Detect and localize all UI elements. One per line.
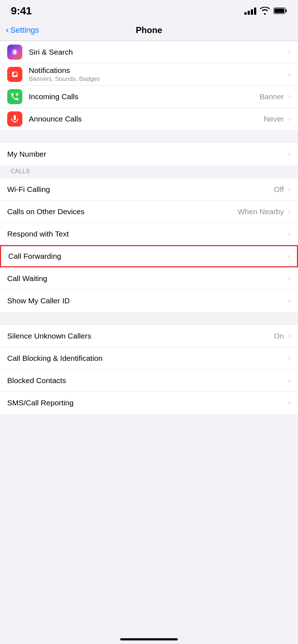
announce-calls-icon bbox=[10, 114, 19, 124]
announce-calls-title: Announce Calls bbox=[29, 115, 264, 123]
my-number-title: My Number bbox=[7, 150, 287, 158]
wifi-icon bbox=[260, 7, 270, 15]
list-item-my-number[interactable]: My Number › bbox=[0, 143, 298, 165]
siri-search-title: Siri & Search bbox=[29, 48, 287, 56]
list-item-announce-calls[interactable]: Announce Calls Never › bbox=[0, 108, 298, 130]
call-forwarding-content: Call Forwarding bbox=[8, 252, 286, 261]
incoming-calls-app-icon bbox=[7, 89, 22, 104]
chevron-right-icon: › bbox=[288, 185, 291, 194]
wifi-calling-value: Off bbox=[274, 185, 284, 194]
wifi-calling-right: Off › bbox=[274, 185, 291, 194]
siri-search-right: › bbox=[287, 47, 291, 57]
svg-rect-1 bbox=[286, 9, 287, 12]
show-caller-id-right: › bbox=[287, 296, 291, 305]
my-number-right: › bbox=[287, 150, 291, 159]
list-item-sms-call-reporting[interactable]: SMS/Call Reporting › bbox=[0, 392, 298, 414]
list-item-call-blocking[interactable]: Call Blocking & Identification › bbox=[0, 347, 298, 369]
back-label: Settings bbox=[10, 26, 39, 35]
silence-unknown-value: On bbox=[274, 332, 284, 340]
notifications-title: Notifications bbox=[29, 66, 287, 75]
incoming-calls-right: Banner › bbox=[259, 92, 291, 101]
chevron-right-icon: › bbox=[287, 252, 290, 261]
chevron-right-icon: › bbox=[288, 331, 291, 341]
list-item-wifi-calling[interactable]: Wi-Fi Calling Off › bbox=[0, 178, 298, 201]
battery-icon bbox=[274, 7, 287, 14]
chevron-right-icon: › bbox=[288, 274, 291, 283]
incoming-calls-title: Incoming Calls bbox=[29, 92, 259, 101]
wifi-calling-content: Wi-Fi Calling bbox=[7, 185, 274, 194]
notifications-content: Notifications Banners, Sounds, Badges bbox=[29, 66, 287, 83]
sms-call-reporting-right: › bbox=[287, 398, 291, 408]
announce-calls-content: Announce Calls bbox=[29, 115, 264, 123]
list-item-call-waiting[interactable]: Call Waiting › bbox=[0, 267, 298, 290]
svg-rect-2 bbox=[274, 9, 284, 13]
call-waiting-content: Call Waiting bbox=[7, 274, 287, 283]
silence-unknown-content: Silence Unknown Callers bbox=[7, 332, 274, 340]
respond-text-right: › bbox=[287, 229, 291, 239]
calls-section-header: CALLS bbox=[0, 165, 298, 177]
notifications-app-icon bbox=[7, 67, 22, 82]
sms-call-reporting-title: SMS/Call Reporting bbox=[7, 399, 287, 407]
section-separator-2: CALLS bbox=[0, 165, 298, 178]
list-item-incoming-calls[interactable]: Incoming Calls Banner › bbox=[0, 86, 298, 108]
respond-text-content: Respond with Text bbox=[7, 230, 287, 238]
call-blocking-content: Call Blocking & Identification bbox=[7, 354, 287, 363]
incoming-calls-value: Banner bbox=[259, 92, 284, 101]
list-item-notifications[interactable]: Notifications Banners, Sounds, Badges › bbox=[0, 63, 298, 86]
page-title: Phone bbox=[136, 25, 162, 35]
settings-group-top: Siri & Search › Notifications Banners, S… bbox=[0, 41, 298, 130]
blocked-contacts-title: Blocked Contacts bbox=[7, 376, 287, 385]
show-caller-id-content: Show My Caller ID bbox=[7, 296, 287, 305]
chevron-right-icon: › bbox=[288, 207, 291, 216]
list-item-calls-other-devices[interactable]: Calls on Other Devices When Nearby › bbox=[0, 201, 298, 223]
list-item-show-caller-id[interactable]: Show My Caller ID › bbox=[0, 290, 298, 312]
status-time: 9:41 bbox=[11, 5, 32, 17]
section-separator-3 bbox=[0, 312, 298, 325]
list-item-siri-search[interactable]: Siri & Search › bbox=[0, 41, 298, 63]
svg-point-4 bbox=[13, 50, 17, 54]
chevron-right-icon: › bbox=[288, 70, 291, 79]
announce-calls-app-icon bbox=[7, 111, 22, 126]
bottom-spacer bbox=[0, 414, 298, 443]
silence-unknown-right: On › bbox=[274, 331, 291, 341]
blocked-contacts-content: Blocked Contacts bbox=[7, 376, 287, 385]
list-item-respond-text[interactable]: Respond with Text › bbox=[0, 223, 298, 245]
calls-other-devices-value: When Nearby bbox=[238, 207, 284, 216]
announce-calls-right: Never › bbox=[264, 114, 291, 124]
notifications-right: › bbox=[287, 70, 291, 79]
chevron-right-icon: › bbox=[288, 376, 291, 385]
my-number-content: My Number bbox=[7, 150, 287, 158]
nav-header: ‹ Settings Phone bbox=[0, 19, 298, 41]
siri-search-content: Siri & Search bbox=[29, 48, 287, 56]
call-forwarding-title: Call Forwarding bbox=[8, 252, 286, 261]
back-button[interactable]: ‹ Settings bbox=[6, 26, 39, 35]
status-icons bbox=[244, 7, 287, 15]
signal-bars-icon bbox=[244, 7, 256, 15]
section-separator-1 bbox=[0, 130, 298, 143]
silence-unknown-title: Silence Unknown Callers bbox=[7, 332, 274, 340]
calls-other-devices-right: When Nearby › bbox=[238, 207, 291, 216]
call-blocking-right: › bbox=[287, 354, 291, 363]
home-indicator bbox=[120, 638, 178, 640]
wifi-calling-title: Wi-Fi Calling bbox=[7, 185, 274, 194]
incoming-calls-content: Incoming Calls bbox=[29, 92, 259, 101]
chevron-right-icon: › bbox=[288, 354, 291, 363]
notifications-subtitle: Banners, Sounds, Badges bbox=[29, 75, 287, 83]
list-item-silence-unknown[interactable]: Silence Unknown Callers On › bbox=[0, 325, 298, 347]
settings-group-my-number: My Number › bbox=[0, 143, 298, 165]
respond-text-title: Respond with Text bbox=[7, 230, 287, 238]
call-blocking-title: Call Blocking & Identification bbox=[7, 354, 287, 363]
chevron-right-icon: › bbox=[288, 114, 291, 124]
settings-group-blocking: Silence Unknown Callers On › Call Blocki… bbox=[0, 325, 298, 414]
list-item-call-forwarding[interactable]: Call Forwarding › bbox=[0, 245, 298, 267]
calls-other-devices-content: Calls on Other Devices bbox=[7, 207, 238, 216]
settings-group-calls: Wi-Fi Calling Off › Calls on Other Devic… bbox=[0, 178, 298, 312]
back-chevron-icon: ‹ bbox=[6, 25, 9, 34]
svg-point-7 bbox=[14, 73, 16, 75]
notifications-icon bbox=[10, 70, 19, 79]
announce-calls-value: Never bbox=[264, 115, 284, 123]
show-caller-id-title: Show My Caller ID bbox=[7, 296, 287, 305]
chevron-right-icon: › bbox=[288, 150, 291, 159]
list-item-blocked-contacts[interactable]: Blocked Contacts › bbox=[0, 369, 298, 392]
chevron-right-icon: › bbox=[288, 229, 291, 239]
